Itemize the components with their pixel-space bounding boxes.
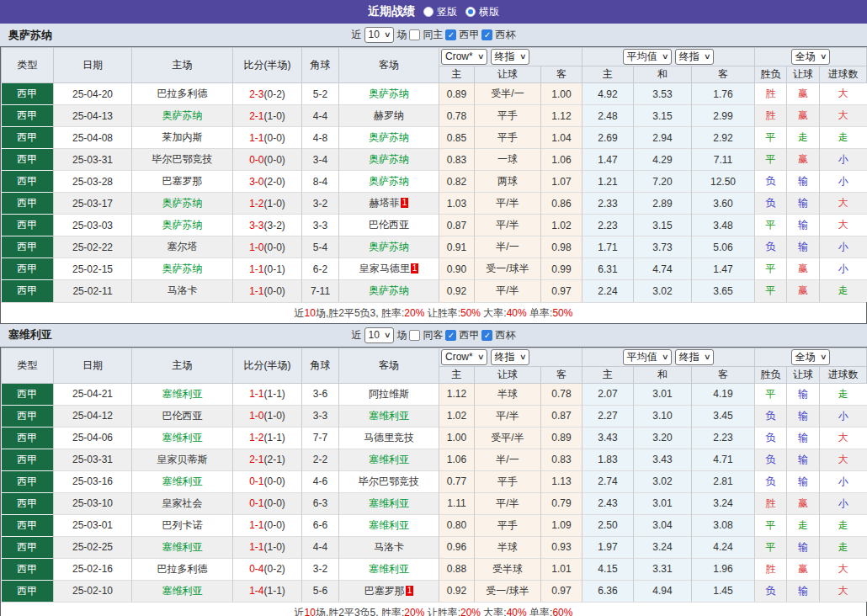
avg-home-cell: 2.43	[582, 492, 634, 514]
layout-radio-horizontal[interactable]: 横版	[465, 5, 499, 19]
avg-draw-cell: 3.20	[634, 427, 692, 449]
home-team-cell: 巴拉多利德	[132, 83, 233, 105]
result-cell: 平	[755, 536, 787, 558]
handicap-result-cell: 输	[787, 449, 820, 470]
avg-stage-select[interactable]: 终指∨	[675, 349, 715, 365]
league-checkbox[interactable]	[445, 330, 456, 341]
rank-badge: 1	[411, 263, 419, 273]
odds-home-cell: 0.88	[439, 558, 475, 580]
league-cell: 西甲	[2, 280, 54, 302]
radio-vertical-icon[interactable]	[423, 7, 434, 17]
odds-away-cell: 1.07	[541, 171, 582, 193]
bookmaker-select[interactable]: Crow*∨	[441, 49, 487, 65]
goals-result-cell: 小	[820, 236, 867, 258]
avg-away-cell: 3.60	[692, 193, 755, 215]
goals-result-cell: 走	[820, 536, 867, 558]
avg-draw-cell: 3.02	[634, 470, 692, 492]
odds-home-cell: 0.89	[439, 83, 475, 105]
team-link: 巴伦西亚	[162, 410, 203, 422]
team-link: 奥萨苏纳	[369, 88, 409, 99]
col-header-handicap-result: 让球	[787, 66, 820, 83]
match-row: 西甲25-02-25塞维利亚1-1(1-0)4-4马洛卡0.96半球0.931.…	[2, 536, 867, 558]
avg-draw-cell: 3.10	[634, 405, 692, 427]
odds-away-cell: 1.00	[541, 83, 582, 105]
away-team-cell: 皇家马德里1	[339, 258, 439, 280]
same-away-checkbox[interactable]	[409, 330, 420, 341]
goals-result-cell: 小	[820, 258, 867, 280]
odds-home-cell: 0.82	[439, 171, 475, 193]
odds-handicap-cell: 半/一	[475, 236, 541, 258]
odds-stage-select[interactable]: 终指∨	[491, 49, 530, 65]
date-cell: 25-04-08	[54, 127, 132, 149]
avg-away-cell: 1.45	[692, 580, 755, 602]
score-cell: 1-0(0-0)	[233, 236, 302, 258]
date-cell: 25-03-01	[54, 514, 132, 536]
matches-table: 类型 日期 主场 比分(半场) 角球 客场 Crow*∨ 终指∨ 平均值∨ 终指…	[1, 47, 867, 302]
cup-checkbox[interactable]	[481, 330, 492, 341]
score-cell: 0-0(0-0)	[233, 149, 302, 171]
layout-radio-vertical[interactable]: 竖版	[423, 5, 457, 19]
chevron-down-icon: ∨	[704, 50, 711, 63]
chevron-down-icon: ∨	[519, 50, 527, 63]
corner-cell: 4-6	[302, 470, 339, 492]
avg-draw-cell: 3.15	[634, 105, 692, 127]
league-cell: 西甲	[2, 427, 54, 449]
col-header-avg-draw: 和	[634, 66, 692, 83]
corner-cell: 5-6	[302, 580, 339, 602]
goals-result-cell: 大	[820, 427, 867, 449]
match-row: 西甲25-04-06塞维利亚1-2(1-1)7-7马德里竞技1.00受平/半0.…	[2, 427, 867, 449]
away-team-cell: 塞维利亚	[339, 514, 439, 536]
avg-select[interactable]: 平均值∨	[623, 49, 673, 65]
avg-away-cell: 3.48	[692, 215, 755, 236]
avg-select[interactable]: 平均值∨	[623, 349, 673, 365]
period-select[interactable]: 全场∨	[791, 49, 831, 65]
league-checkbox[interactable]	[445, 29, 456, 40]
odds-handicap-cell: 平手	[475, 470, 541, 492]
goals-result-cell: 大	[820, 215, 867, 236]
col-header-avg-home: 主	[582, 366, 634, 383]
league-cell: 西甲	[2, 383, 54, 405]
avg-draw-cell: 4.74	[634, 258, 692, 280]
goals-result-cell: 走	[820, 383, 867, 405]
radio-horizontal-icon[interactable]	[465, 7, 476, 17]
rank-badge: 1	[401, 198, 409, 208]
result-group-header: 全场∨	[755, 48, 867, 66]
period-select[interactable]: 全场∨	[791, 349, 831, 365]
avg-away-cell: 3.24	[692, 492, 755, 514]
score-cell: 1-0(1-0)	[233, 405, 302, 427]
odds-home-cell: 1.03	[439, 193, 475, 215]
away-team-cell: 巴伦西亚	[339, 215, 439, 236]
team-link: 奥萨苏纳	[162, 263, 203, 274]
odds-group-header: Crow*∨ 终指∨	[439, 348, 582, 366]
team-link: 奥萨苏纳	[162, 219, 203, 231]
handicap-result-cell: 输	[787, 470, 820, 492]
avg-home-cell: 1.83	[582, 449, 634, 470]
result-cell: 负	[755, 470, 787, 492]
summary-segment: 20%	[460, 607, 481, 616]
odds-away-cell: 0.97	[541, 280, 582, 302]
match-row: 西甲25-03-31皇家贝蒂斯2-1(2-1)2-2塞维利亚1.06半/一0.8…	[2, 449, 867, 470]
games-count-select[interactable]: 10∨	[364, 327, 395, 343]
same-home-checkbox[interactable]	[409, 29, 420, 40]
avg-away-cell: 3.45	[692, 405, 755, 427]
handicap-result-cell: 输	[787, 215, 820, 236]
section-header-away-team: 塞维利亚 近 10∨ 场 同客 西甲 西杯	[0, 324, 867, 347]
odds-handicap-cell: 受一/球半	[475, 258, 541, 280]
cup-checkbox[interactable]	[481, 29, 492, 40]
avg-stage-select[interactable]: 终指∨	[675, 49, 715, 65]
games-count-select[interactable]: 10∨	[364, 27, 395, 43]
chevron-down-icon: ∨	[384, 29, 391, 41]
radio-horizontal-label: 横版	[479, 5, 499, 19]
goals-result-cell: 大	[820, 558, 867, 580]
bookmaker-select[interactable]: Crow*∨	[441, 349, 487, 365]
score-cell: 2-1(2-1)	[233, 449, 302, 470]
summary-segment: 场,胜2平5负3, 胜率:	[316, 307, 404, 319]
odds-stage-select[interactable]: 终指∨	[491, 349, 530, 365]
league-label: 西甲	[459, 28, 479, 42]
avg-draw-cell: 3.02	[634, 280, 692, 302]
home-team-cell: 毕尔巴鄂竞技	[132, 149, 233, 171]
summary-segment: 40%	[507, 307, 527, 319]
goals-result-cell: 走	[820, 280, 867, 302]
date-cell: 25-04-21	[54, 383, 132, 405]
league-cell: 西甲	[2, 83, 54, 105]
